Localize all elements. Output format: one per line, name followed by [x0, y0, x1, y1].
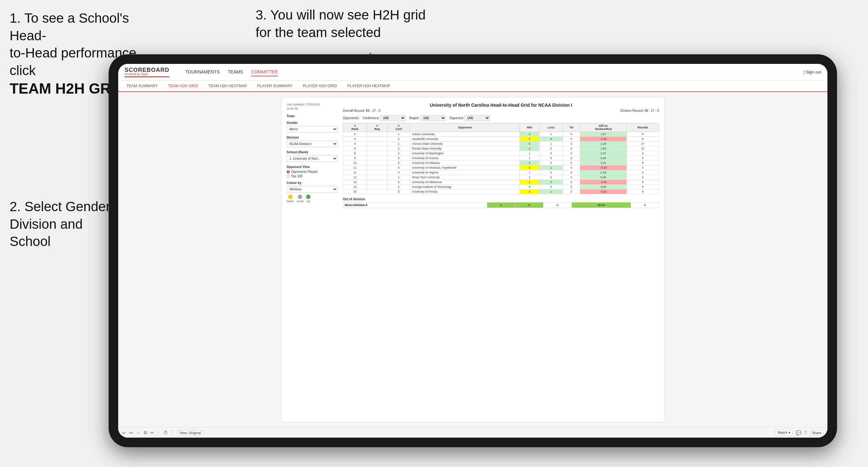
- cell-conf: 1: [387, 175, 410, 180]
- redo-icon[interactable]: ↪: [129, 430, 133, 435]
- th-conf: #Conf: [387, 123, 410, 132]
- sub-nav-team-summary[interactable]: TEAM SUMMARY: [125, 81, 160, 91]
- region-select[interactable]: (All): [421, 115, 446, 121]
- toolbar-right: Watch ▾ 💬 ⤴ Share: [775, 430, 824, 436]
- cell-reg: [367, 185, 388, 189]
- cell-rounds: 3: [626, 165, 659, 170]
- cell-rounds: 2: [626, 156, 659, 161]
- sub-nav-player-summary[interactable]: PLAYER SUMMARY: [255, 81, 294, 91]
- view-original-button[interactable]: View: Original: [177, 430, 203, 436]
- comment-icon[interactable]: 💬: [796, 430, 801, 435]
- school-label: School (Rank): [286, 151, 338, 154]
- cell-loss: 0: [539, 156, 563, 161]
- cell-diff: -2.29: [580, 137, 627, 142]
- cell-tie: 0: [563, 151, 580, 156]
- crop-icon[interactable]: ✂: [150, 430, 154, 435]
- th-rounds: Rounds: [626, 123, 659, 132]
- cell-loss: 0: [539, 151, 563, 156]
- cell-rounds: 3: [626, 170, 659, 175]
- sub-nav-player-h2h-grid[interactable]: PLAYER H2H GRID: [301, 81, 339, 91]
- back-icon[interactable]: ←: [136, 430, 141, 435]
- out-of-div-loss: 0: [515, 203, 543, 208]
- cell-reg: [367, 151, 388, 156]
- cell-reg: [367, 189, 388, 194]
- division-label: Division: [286, 136, 338, 139]
- top100-radio[interactable]: Top 100: [286, 175, 338, 178]
- cell-diff: 2.61: [580, 161, 627, 165]
- table-row: 4 1 Arizona State University 5 1 0 2.29 …: [343, 142, 659, 146]
- region-filter: Region (All): [409, 115, 446, 121]
- table-header-row: #Rank #Reg #Conf Opponent Win Loss Tie D…: [343, 123, 659, 132]
- cell-tie: 0: [563, 156, 580, 161]
- main-content: Last Updated: 27/03/2024 16:55:38 Team G…: [118, 92, 828, 427]
- sub-nav-team-h2h-heatmap[interactable]: TEAM H2H HEATMAP: [206, 81, 249, 91]
- cell-reg: [367, 132, 388, 137]
- cell-rounds: 9: [626, 189, 659, 194]
- left-panel: Last Updated: 27/03/2024 16:55:38 Team G…: [286, 102, 338, 208]
- cell-rank: 13: [343, 175, 367, 180]
- nav-committee[interactable]: COMMITTEE: [251, 68, 278, 76]
- cell-conf: 3: [387, 189, 410, 194]
- sub-nav-player-h2h-heatmap[interactable]: PLAYER H2H HEATMAP: [345, 81, 392, 91]
- cell-win: 3: [520, 189, 539, 194]
- th-diff: Diff AvStrokes/Rnd: [580, 123, 627, 132]
- cell-loss: 1: [539, 165, 563, 170]
- undo-icon[interactable]: ↩: [122, 430, 126, 435]
- gender-select[interactable]: Men's: [286, 126, 338, 132]
- opponent-select[interactable]: (All): [465, 115, 490, 121]
- opponents-played-radio[interactable]: Opponents Played: [286, 170, 338, 174]
- cell-conf: 2: [387, 146, 410, 151]
- cell-win: 1: [520, 151, 539, 156]
- colour-by-select[interactable]: Win/loss: [286, 186, 338, 193]
- cell-loss: 4: [539, 137, 563, 142]
- out-of-div-diff: 26.00: [571, 203, 631, 208]
- nav-tournaments[interactable]: TOURNAMENTS: [185, 68, 220, 76]
- cell-opponent: University of Arizona: [410, 156, 520, 161]
- conf-select[interactable]: (All): [380, 115, 406, 121]
- cell-rank: 2: [343, 132, 367, 137]
- cell-tie: 0: [563, 146, 580, 151]
- top-nav: SCOREBOARD Powered by clippit TOURNAMENT…: [118, 64, 828, 81]
- records-row: Overall Record: 89 - 17 - 0 Division Rec…: [343, 109, 659, 113]
- school-select[interactable]: 1. University of Nort...: [286, 155, 338, 162]
- table-row: 15 4 Georgia Institute of Technology 6 0…: [343, 185, 659, 189]
- right-panel: University of North Carolina Head-to-Hea…: [343, 102, 659, 208]
- cell-rounds: 8: [626, 161, 659, 165]
- out-of-div-row: NCAA Division II 1 0 0 26.00 3: [343, 203, 659, 208]
- watch-button[interactable]: Watch ▾: [775, 430, 793, 436]
- table-row: 12 3 University of Virginia 1 0 0 2.33 3: [343, 170, 659, 175]
- cell-diff: 2.29: [580, 142, 627, 146]
- copy-icon[interactable]: ⧉: [144, 430, 147, 435]
- out-of-div-name: NCAA Division II: [343, 203, 487, 208]
- share-icon[interactable]: ⤴: [804, 430, 807, 435]
- grid-title: University of North Carolina Head-to-Hea…: [343, 102, 659, 107]
- sub-nav-team-h2h-grid[interactable]: TEAM H2H GRID: [166, 81, 200, 92]
- cell-opponent: University of Alabama: [410, 161, 520, 165]
- table-row: 16 3 University of Florida 3 1 0 -4.42 9: [343, 189, 659, 194]
- down-colour-dot: [288, 194, 292, 199]
- opponent-label: Opponent: [449, 116, 463, 120]
- division-select[interactable]: NCAA Division I: [286, 141, 338, 147]
- cell-conf: 5: [387, 161, 410, 165]
- cell-diff: 5.56: [580, 175, 627, 180]
- share-button[interactable]: Share: [810, 430, 824, 436]
- cell-win: 2: [520, 132, 539, 137]
- cell-loss: 2: [539, 146, 563, 151]
- clock-icon[interactable]: ⏱: [163, 430, 168, 435]
- bottom-toolbar: ↩ ↪ ← ⧉ ✂ ⏱ View: Original Watch ▾ 💬 ⤴ S…: [118, 427, 828, 438]
- nav-teams[interactable]: TEAMS: [228, 68, 243, 76]
- sub-nav: TEAM SUMMARY TEAM H2H GRID TEAM H2H HEAT…: [118, 81, 828, 92]
- sign-out[interactable]: | Sign out: [803, 70, 821, 74]
- table-row: 14 2 University of Oklahoma 1 2 0 -1.00 …: [343, 180, 659, 185]
- opponent-view: Opponent View Opponents Played Top 100: [286, 165, 338, 178]
- cell-loss: 1: [539, 132, 563, 137]
- cell-loss: 0: [539, 161, 563, 165]
- th-tie: Tie: [563, 123, 580, 132]
- cell-loss: 0: [539, 170, 563, 175]
- table-row: 2 1 Auburn University 2 1 0 1.67 9: [343, 132, 659, 137]
- cell-loss: 0: [539, 175, 563, 180]
- table-row: 13 1 Texas Tech University 3 0 0 5.56 9: [343, 175, 659, 180]
- cell-rank: 16: [343, 189, 367, 194]
- cell-conf: 4: [387, 185, 410, 189]
- data-table: #Rank #Reg #Conf Opponent Win Loss Tie D…: [343, 123, 659, 194]
